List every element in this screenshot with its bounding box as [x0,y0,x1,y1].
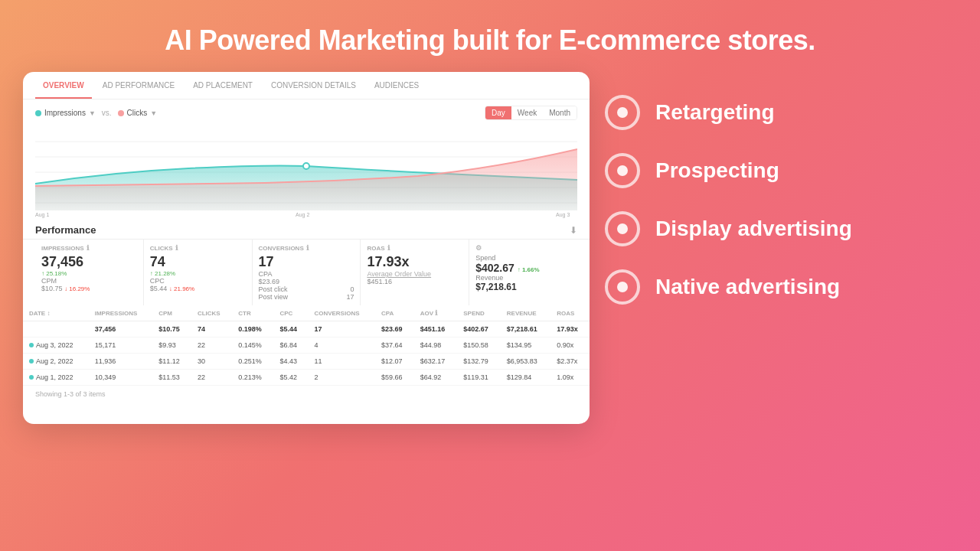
display-circle [605,211,640,246]
impressions-legend: Impressions ▼ [35,109,96,117]
row-spend: $402.67 [457,321,501,337]
performance-header: Performance ⬇ [23,218,590,239]
table-row: Aug 2, 2022 11,936 $11.12 30 0.251% $4.4… [23,354,590,370]
tab-overview[interactable]: OVERVIEW [35,72,92,99]
clicks-cpc: $5.44 ↓ 21.96% [150,285,246,292]
row-aov: $44.98 [414,337,458,354]
conversions-value: 17 [259,254,354,270]
tab-ad-performance[interactable]: AD PERFORMANCE [95,72,182,99]
row-impressions: 15,171 [89,337,152,354]
native-label: Native advertising [655,275,840,299]
time-btn-month[interactable]: Month [543,106,577,119]
col-roas: ROAS [550,305,590,321]
row-spend: $119.31 [457,370,501,386]
dropdown-icon[interactable]: ▼ [89,109,96,117]
conversions-cpa: $23.69 [259,278,354,285]
row-revenue: $129.84 [501,370,550,386]
feature-retargeting: Retargeting [605,87,957,138]
clicks-label: Clicks [127,109,148,117]
vs-label: vs. [102,109,112,117]
row-cpa: $37.64 [375,337,414,354]
impressions-change: ↑ 25.18% [41,270,137,277]
svg-point-5 [303,163,309,169]
spend-label: Spend [475,254,571,262]
row-clicks: 22 [191,337,232,354]
clicks-dropdown-icon[interactable]: ▼ [150,109,157,117]
roas-sub: Average Order Value [367,270,462,278]
impressions-label: Impressions [44,109,86,117]
row-date [23,321,89,337]
row-conversions: 2 [308,370,375,386]
row-ctr: 0.213% [232,370,273,386]
dashboard-card: OVERVIEW AD PERFORMANCE AD PLACEMENT CON… [23,72,590,424]
row-aov: $451.16 [414,321,458,337]
row-cpm: $11.12 [152,354,191,370]
chart-svg: Aug 1 Aug 2 Aug 3 [35,126,577,218]
row-ctr: 0.198% [232,321,273,337]
download-icon[interactable]: ⬇ [570,225,577,236]
row-cpc: $5.42 [273,370,308,386]
row-conversions: 4 [308,337,375,354]
info-icon-2: ℹ [175,244,178,252]
col-revenue: REVENUE [501,305,550,321]
revenue-value: $7,218.61 [475,282,571,292]
info-icon-3: ℹ [306,244,309,252]
impressions-value: 37,456 [41,254,137,270]
tab-conversion-details[interactable]: CONVERSION DETAILS [263,72,364,99]
clicks-legend: Clicks ▼ [118,109,158,117]
clicks-dot [118,110,124,116]
col-cpa: CPA [375,305,414,321]
row-clicks: 30 [191,354,232,370]
impressions-sub: CPM [41,277,137,285]
time-buttons: Day Week Month [485,106,577,120]
row-aov: $64.92 [414,370,458,386]
col-ctr: CTR [232,305,273,321]
row-spend: $132.79 [457,354,501,370]
svg-text:Aug 2: Aug 2 [296,212,309,218]
chart-area: Aug 1 Aug 2 Aug 3 [23,126,590,218]
time-btn-week[interactable]: Week [511,106,543,119]
metric-impressions: IMPRESSIONS ℹ 37,456 ↑ 25.18% CPM $10.75… [35,240,144,305]
prospecting-label: Prospecting [655,158,779,183]
col-aov: AOV ℹ [414,305,458,321]
roas-metric-label: ROAS ℹ [367,244,462,252]
display-label: Display advertising [655,217,852,241]
table-row: 37,456 $10.75 74 0.198% $5.44 17 $23.69 … [23,321,590,337]
clicks-metric-label: CLICKS ℹ [150,244,246,252]
row-cpm: $9.93 [152,337,191,354]
metric-clicks: CLICKS ℹ 74 ↑ 21.28% CPC $5.44 ↓ 21.96% [144,240,253,305]
feature-prospecting: Prospecting [605,145,957,196]
row-revenue: $134.95 [501,337,550,354]
retargeting-label: Retargeting [655,100,775,125]
time-btn-day[interactable]: Day [485,106,511,119]
row-roas: 1.09x [550,370,590,386]
col-spend: SPEND [457,305,501,321]
row-cpc: $5.44 [273,321,308,337]
row-clicks: 22 [191,370,232,386]
data-table: DATE ↕ IMPRESSIONS CPM CLICKS CTR CPC CO… [23,305,590,386]
col-date[interactable]: DATE ↕ [23,305,89,321]
retargeting-circle [605,95,640,130]
tab-ad-placement[interactable]: AD PLACEMENT [185,72,260,99]
metrics-row: IMPRESSIONS ℹ 37,456 ↑ 25.18% CPM $10.75… [23,239,590,305]
row-cpm: $10.75 [152,321,191,337]
metric-roas: ROAS ℹ 17.93x Average Order Value $451.1… [361,240,469,305]
col-clicks: CLICKS [191,305,232,321]
features-panel: Retargeting Prospecting Display advertis… [605,72,957,328]
row-date: Aug 1, 2022 [23,370,89,386]
chart-controls: Impressions ▼ vs. Clicks ▼ Day Week Mont… [23,99,590,126]
roas-value: 17.93x [367,254,462,270]
row-cpm: $11.53 [152,370,191,386]
conversions-metric-label: CONVERSIONS ℹ [259,244,354,252]
row-roas: 0.90x [550,337,590,354]
tab-audiences[interactable]: AUDIENCES [367,72,426,99]
row-impressions: 37,456 [89,321,152,337]
row-cpc: $4.43 [273,354,308,370]
spend-metric-label: ⚙ [475,244,571,252]
settings-icon[interactable]: ⚙ [475,244,482,252]
impressions-cpm: $10.75 ↓ 16.29% [41,285,137,292]
page-title: AI Powered Marketing built for E-commerc… [0,0,980,72]
row-revenue: $6,953.83 [501,354,550,370]
row-cpa: $12.07 [375,354,414,370]
row-date: Aug 3, 2022 [23,337,89,354]
